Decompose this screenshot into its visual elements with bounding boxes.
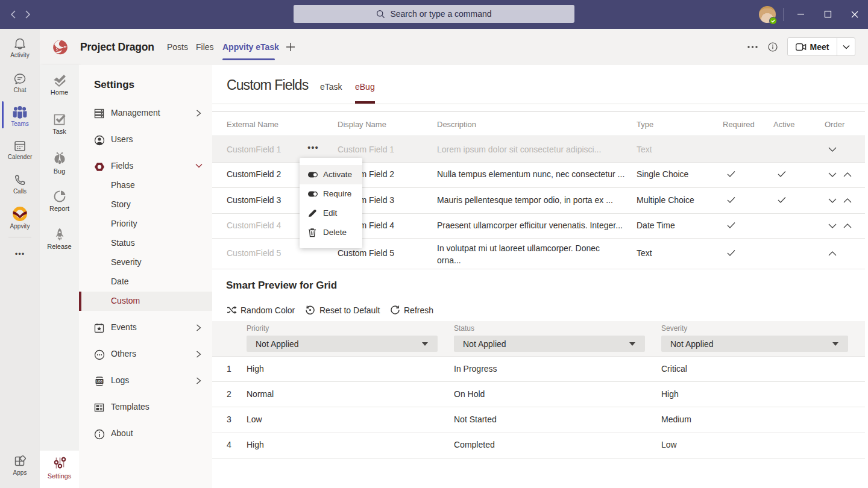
svg-text:LOG: LOG [96,380,102,383]
